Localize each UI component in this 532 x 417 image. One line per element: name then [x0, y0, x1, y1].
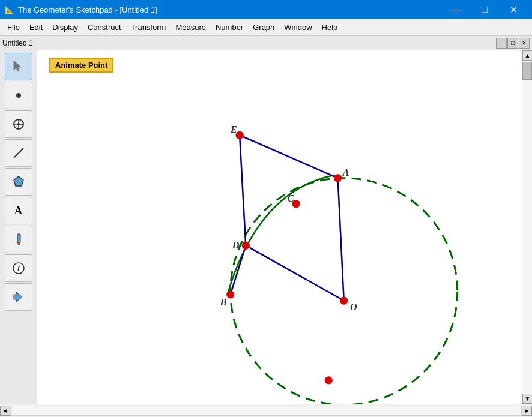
scroll-down-button[interactable]: ▼: [522, 394, 532, 404]
app-icon: 📐: [5, 5, 14, 14]
menu-graph[interactable]: Graph: [248, 21, 279, 34]
label-B: B: [219, 296, 226, 308]
svg-point-2: [16, 93, 21, 98]
menu-bar: File Edit Display Construct Transform Me…: [0, 19, 532, 36]
menu-edit[interactable]: Edit: [25, 21, 47, 34]
menu-window[interactable]: Window: [279, 21, 316, 34]
title-bar-text: The Geometer's Sketchpad - [Untitled 1]: [18, 5, 157, 14]
label-E: E: [230, 124, 237, 135]
minimize-button[interactable]: —: [442, 0, 470, 19]
title-bar: 📐 The Geometer's Sketchpad - [Untitled 1…: [0, 0, 532, 19]
menu-display[interactable]: Display: [47, 21, 83, 34]
scroll-up-button[interactable]: ▲: [522, 50, 532, 61]
label-C: C: [288, 193, 295, 204]
scroll-left-button[interactable]: ◄: [0, 406, 10, 416]
svg-marker-10: [17, 242, 20, 245]
canvas-area[interactable]: Animate Point E A C D B: [37, 50, 522, 404]
sketch-canvas: E A C D B O: [37, 50, 522, 404]
menu-file[interactable]: File: [2, 21, 25, 34]
polygon-tool[interactable]: [5, 168, 32, 196]
scrollbar-right: ▲ ▼: [522, 50, 532, 404]
point-tool[interactable]: [5, 82, 32, 109]
bottom-scroll-area: ◄ ►: [0, 404, 532, 417]
point-E: [236, 131, 243, 139]
menu-measure[interactable]: Measure: [171, 21, 211, 34]
inner-minimize-button[interactable]: _: [496, 38, 507, 49]
svg-marker-13: [14, 292, 22, 302]
maximize-button[interactable]: □: [471, 0, 498, 19]
close-button[interactable]: ✕: [500, 0, 527, 19]
select-tool[interactable]: [5, 53, 32, 80]
point-A: [334, 175, 341, 182]
inner-title-text: Untitled 1: [2, 39, 33, 47]
point-B: [227, 291, 234, 298]
toolbar: A i: [0, 50, 37, 404]
quadrilateral-EAOD: [240, 135, 344, 301]
menu-help[interactable]: Help: [317, 21, 343, 34]
menu-number[interactable]: Number: [211, 21, 248, 34]
custom-tool[interactable]: [5, 283, 32, 311]
menu-construct[interactable]: Construct: [83, 21, 126, 34]
scroll-track-right[interactable]: [522, 61, 532, 394]
inner-close-button[interactable]: ×: [519, 38, 530, 49]
label-D: D: [232, 239, 240, 251]
svg-rect-9: [17, 234, 20, 242]
menu-transform[interactable]: Transform: [126, 21, 171, 34]
marker-tool[interactable]: [5, 226, 32, 253]
line-tool[interactable]: [5, 139, 32, 167]
inner-title-bar: Untitled 1 _ □ ×: [0, 36, 532, 50]
title-bar-controls: — □ ✕: [442, 0, 527, 19]
scroll-track-bottom[interactable]: [10, 406, 522, 416]
svg-marker-1: [14, 61, 21, 71]
label-O: O: [350, 301, 357, 313]
inner-title-controls: _ □ ×: [496, 38, 530, 49]
workspace: A i Animate Point: [0, 50, 532, 404]
info-tool[interactable]: i: [5, 254, 32, 282]
inner-maximize-button[interactable]: □: [507, 38, 518, 49]
compass-tool[interactable]: [5, 110, 32, 138]
text-tool[interactable]: A: [5, 197, 32, 224]
segment-DB: [231, 245, 246, 295]
point-O: [340, 297, 348, 304]
scroll-thumb-right[interactable]: [522, 62, 532, 80]
point-bottom: [325, 377, 332, 384]
svg-marker-8: [14, 176, 23, 186]
point-D: [242, 242, 249, 249]
scroll-right-button[interactable]: ►: [522, 406, 532, 416]
animate-point-button[interactable]: Animate Point: [49, 58, 113, 73]
label-A: A: [342, 167, 349, 178]
svg-line-7: [14, 148, 23, 158]
